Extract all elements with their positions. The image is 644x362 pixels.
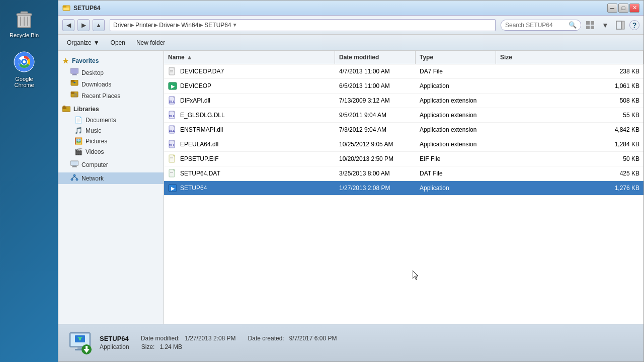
svg-rect-13 xyxy=(63,6,66,8)
view-dropdown-button[interactable]: ▼ xyxy=(599,19,611,31)
status-date-modified: Date modified: 1/27/2013 2:08 PM xyxy=(141,335,236,342)
col-header-date[interactable]: Date modified xyxy=(335,51,416,64)
sidebar-item-network[interactable]: Network xyxy=(58,172,164,184)
sidebar-item-documents[interactable]: 📄 Documents xyxy=(58,115,164,125)
table-row[interactable]: DLL EPEULA64.dll 10/25/2012 9:05 AM Appl… xyxy=(164,137,643,152)
favorites-header[interactable]: ★ Favorites xyxy=(58,55,164,67)
file-type-cell: DAT File xyxy=(416,167,496,179)
view-options-button[interactable] xyxy=(584,19,596,31)
sidebar-pictures-label: Pictures xyxy=(86,138,107,145)
new-folder-button[interactable]: New folder xyxy=(132,37,170,48)
file-size-cell: 1,276 KB xyxy=(496,182,643,194)
recycle-bin-label: Recycle Bin xyxy=(10,32,39,38)
favorites-star-icon: ★ xyxy=(62,57,69,65)
status-type: Application xyxy=(100,343,129,350)
status-row-2: Application Size: 1.24 MB xyxy=(100,343,635,350)
sidebar-network-label: Network xyxy=(82,175,104,182)
col-header-name[interactable]: Name ▲ xyxy=(164,51,335,64)
file-date-cell: 1/27/2013 2:08 PM xyxy=(335,182,416,194)
organize-dropdown-icon: ▼ xyxy=(94,39,100,46)
sidebar-item-computer[interactable]: Computer xyxy=(58,159,164,170)
file-name-cell: ▶ DEVICEOP xyxy=(164,79,335,93)
table-row[interactable]: DLL E_GLSDLG.DLL 9/5/2011 9:04 AM Applic… xyxy=(164,108,643,123)
file-type-icon: DLL xyxy=(168,96,177,105)
recycle-bin-icon[interactable]: Recycle Bin xyxy=(4,4,44,40)
google-chrome-label: Google Chrome xyxy=(6,76,42,88)
sidebar-item-recent-places[interactable]: Recent Places xyxy=(58,90,164,102)
forward-button[interactable]: ▶ xyxy=(77,19,90,31)
sidebar-item-pictures[interactable]: 🖼️ Pictures xyxy=(58,136,164,146)
help-button[interactable]: ? xyxy=(629,20,639,30)
file-name-cell: ▶ SETUP64 xyxy=(164,181,335,195)
google-chrome-icon[interactable]: Google Chrome xyxy=(4,48,44,90)
file-date-cell: 9/5/2011 9:04 AM xyxy=(335,109,416,121)
organize-button[interactable]: Organize ▼ xyxy=(62,37,104,48)
search-input[interactable] xyxy=(505,22,569,29)
file-name-cell: DLL ENSTRMAPI.dll xyxy=(164,123,335,137)
sidebar-item-desktop[interactable]: Desktop xyxy=(58,67,164,78)
status-bar: SETUP64 Date modified: 1/27/2013 2:08 PM… xyxy=(58,324,643,361)
svg-point-10 xyxy=(23,60,26,63)
sidebar-item-videos[interactable]: 🎬 Videos xyxy=(58,146,164,157)
file-name: SETUP64.DAT xyxy=(180,170,220,177)
svg-rect-19 xyxy=(616,21,621,29)
downloads-icon xyxy=(70,80,78,88)
file-size-cell: 4,842 KB xyxy=(496,124,643,136)
back-button[interactable]: ◀ xyxy=(62,19,74,31)
svg-rect-15 xyxy=(586,21,590,25)
file-name: DEVICEOP xyxy=(180,82,211,89)
preview-pane-button[interactable] xyxy=(614,19,626,31)
file-type-cell: Application extension xyxy=(416,124,496,136)
sidebar-item-downloads[interactable]: Downloads xyxy=(58,78,164,90)
minimize-button[interactable]: ─ xyxy=(607,4,617,13)
sidebar-item-music[interactable]: 🎵 Music xyxy=(58,125,164,136)
svg-point-39 xyxy=(73,174,75,176)
file-name: ENSTRMAPI.dll xyxy=(180,126,223,133)
svg-text:▶: ▶ xyxy=(171,186,175,191)
file-date-cell: 10/25/2012 9:05 AM xyxy=(335,138,416,150)
search-container[interactable]: 🔍 xyxy=(501,20,581,31)
table-row[interactable]: DEVICEOP.DA7 4/7/2013 11:00 AM DA7 File … xyxy=(164,64,643,79)
up-button[interactable]: ▲ xyxy=(93,19,105,31)
file-type-cell: Application xyxy=(416,80,496,92)
table-row[interactable]: EPSETUP.EIF 10/20/2013 2:50 PM EIF File … xyxy=(164,152,643,166)
google-chrome-image xyxy=(12,50,36,74)
file-name-cell: SETUP64.DAT xyxy=(164,166,335,180)
svg-rect-36 xyxy=(71,161,78,165)
music-icon: 🎵 xyxy=(74,127,83,134)
favorites-label: Favorites xyxy=(72,57,99,64)
maximize-button[interactable]: □ xyxy=(618,4,628,13)
status-size: Size: 1.24 MB xyxy=(141,343,182,350)
table-row[interactable]: ▶ SETUP64 1/27/2013 2:08 PM Application … xyxy=(164,181,643,196)
sidebar-music-label: Music xyxy=(86,127,101,134)
file-size-cell: 55 KB xyxy=(496,109,643,121)
file-date-cell: 7/13/2009 3:12 AM xyxy=(335,95,416,107)
svg-rect-28 xyxy=(71,92,74,94)
table-row[interactable]: ▶ DEVICEOP 6/5/2013 11:00 AM Application… xyxy=(164,79,643,94)
table-row[interactable]: SETUP64.DAT 3/25/2013 8:00 AM DAT File 4… xyxy=(164,166,643,181)
desktop-icon-small xyxy=(70,68,78,77)
window-title: SETUP64 xyxy=(73,5,100,12)
close-button[interactable]: ✕ xyxy=(629,4,639,13)
svg-rect-14 xyxy=(63,8,69,10)
sidebar-desktop-label: Desktop xyxy=(82,69,104,76)
col-header-size[interactable]: Size xyxy=(496,51,643,64)
table-row[interactable]: DLL DIFxAPI.dll 7/13/2009 3:12 AM Applic… xyxy=(164,94,643,108)
svg-text:DLL: DLL xyxy=(169,115,175,118)
libraries-header[interactable]: Libraries xyxy=(58,104,164,115)
file-rows: DEVICEOP.DA7 4/7/2013 11:00 AM DA7 File … xyxy=(164,64,643,196)
svg-line-43 xyxy=(74,176,77,178)
network-icon xyxy=(70,174,78,183)
table-row[interactable]: DLL ENSTRMAPI.dll 7/3/2012 9:04 AM Appli… xyxy=(164,123,643,137)
col-header-type[interactable]: Type xyxy=(416,51,496,64)
file-type-cell: Application extension xyxy=(416,95,496,107)
breadcrumb-setup64: SETUP64 xyxy=(204,22,231,29)
file-size-cell: 1,061 KB xyxy=(496,80,643,92)
status-row-1: SETUP64 Date modified: 1/27/2013 2:08 PM… xyxy=(100,335,635,342)
open-button[interactable]: Open xyxy=(106,37,130,48)
status-details: SETUP64 Date modified: 1/27/2013 2:08 PM… xyxy=(100,335,635,351)
svg-rect-20 xyxy=(622,21,624,29)
breadcrumb-driver2: Driver xyxy=(159,22,175,29)
address-bar[interactable]: Driver ▶ Printer ▶ Driver ▶ Win64 ▶ SETU… xyxy=(110,19,496,31)
svg-rect-23 xyxy=(72,74,77,75)
